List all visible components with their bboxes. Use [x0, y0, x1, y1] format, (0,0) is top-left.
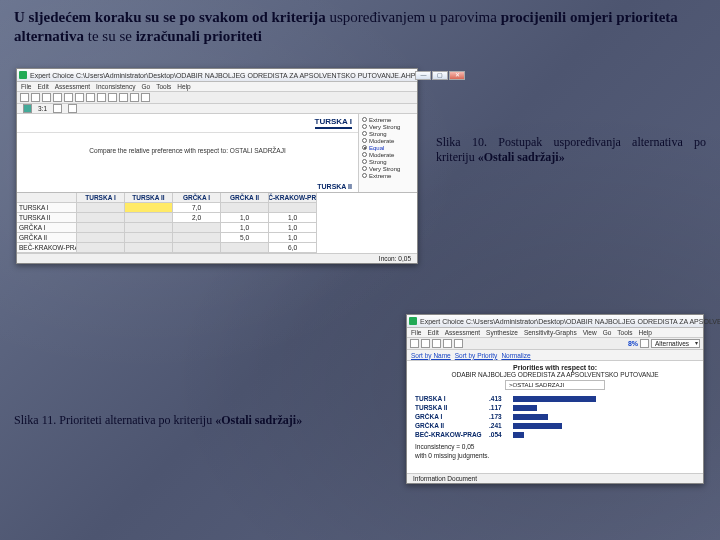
menu-item[interactable]: Help [638, 329, 651, 336]
menu-item[interactable]: Go [141, 83, 150, 90]
sort-name-link[interactable]: Sort by Name [411, 352, 451, 359]
menu-item[interactable]: Synthesize [486, 329, 518, 336]
toolbar-icon[interactable] [53, 93, 62, 102]
sort-priority-link[interactable]: Sort by Priority [455, 352, 498, 359]
toolbar-icon[interactable] [97, 93, 106, 102]
priority-bar [513, 396, 596, 402]
scale-option[interactable]: Extreme [362, 172, 414, 179]
tab-icon[interactable] [53, 104, 62, 113]
grid-cell[interactable] [173, 233, 221, 243]
normalize-link[interactable]: Normalize [501, 352, 530, 359]
scale-option[interactable]: Very Strong [362, 123, 414, 130]
menu-item[interactable]: File [411, 329, 421, 336]
menu-item[interactable]: Edit [37, 83, 48, 90]
grid-cell[interactable]: 1,0 [269, 213, 317, 223]
scale-option[interactable]: Moderate [362, 151, 414, 158]
toolbar-icon[interactable] [421, 339, 430, 348]
grid-cell[interactable] [269, 203, 317, 213]
grid-cell[interactable]: 1,0 [221, 213, 269, 223]
toolbar-icon[interactable] [75, 93, 84, 102]
status-bar: Incon: 0,05 [17, 253, 417, 263]
grid-cell[interactable]: 1,0 [221, 223, 269, 233]
grid-cell[interactable] [221, 243, 269, 253]
scale-option[interactable]: Extreme [362, 116, 414, 123]
menu-bar: File Edit Assessment Inconsistency Go To… [17, 82, 417, 92]
priorities-subtitle: ODABIR NAJBOLJEG ODREDISTA ZA APSOLVENTS… [407, 371, 703, 380]
radio-icon [362, 138, 367, 143]
grid-cell[interactable]: 1,0 [269, 223, 317, 233]
priority-bar [513, 423, 562, 429]
toolbar-icon[interactable] [454, 339, 463, 348]
toolbar-icon[interactable] [141, 93, 150, 102]
scale-option[interactable]: Equal [362, 144, 414, 151]
menu-item[interactable]: Go [603, 329, 612, 336]
maximize-button[interactable]: ▢ [432, 71, 448, 80]
menu-item[interactable]: View [583, 329, 597, 336]
toolbar-icon[interactable] [410, 339, 419, 348]
minimize-button[interactable]: — [415, 71, 431, 80]
node-dropdown[interactable]: Alternatives [651, 339, 700, 348]
scale-option[interactable]: Strong [362, 158, 414, 165]
slide-heading: U sljedećem koraku su se po svakom od kr… [14, 8, 710, 46]
grid-cell[interactable]: 1,0 [269, 233, 317, 243]
priority-row: GRČKA I.173 [415, 412, 695, 421]
priority-row: TURSKA I.413 [415, 394, 695, 403]
compare-b-label: TURSKA II [317, 183, 352, 190]
toolbar-icon[interactable] [443, 339, 452, 348]
grid-cell[interactable]: 7,0 [173, 203, 221, 213]
toolbar-icon[interactable] [108, 93, 117, 102]
toolbar-icon[interactable] [432, 339, 441, 348]
close-button[interactable]: ✕ [449, 71, 465, 80]
menu-item[interactable]: Edit [427, 329, 438, 336]
radio-icon [362, 131, 367, 136]
scale-option[interactable]: Very Strong [362, 165, 414, 172]
toolbar-icon[interactable] [42, 93, 51, 102]
grid-cell[interactable] [125, 233, 173, 243]
grid-col-header: BEČ-KRAKOW-PRAG [269, 193, 317, 203]
menu-item[interactable]: Inconsistency [96, 83, 135, 90]
grid-cell[interactable] [77, 243, 125, 253]
grid-row-header: GRČKA II [17, 233, 77, 243]
menu-item[interactable]: Tools [617, 329, 632, 336]
grid-cell[interactable] [125, 213, 173, 223]
grid-cell[interactable] [125, 203, 173, 213]
grid-cell[interactable] [221, 203, 269, 213]
grid-cell[interactable] [77, 223, 125, 233]
grid-cell[interactable] [173, 223, 221, 233]
radio-icon [362, 152, 367, 157]
grid-cell[interactable]: 5,0 [221, 233, 269, 243]
priority-bar [513, 405, 537, 411]
toolbar-icon[interactable] [130, 93, 139, 102]
toolbar-icon[interactable] [119, 93, 128, 102]
grid-cell[interactable] [125, 243, 173, 253]
menu-item[interactable]: Tools [156, 83, 171, 90]
priorities-body: Priorities with respect to: ODABIR NAJBO… [407, 361, 703, 473]
grid-cell[interactable] [77, 213, 125, 223]
toolbar-icon[interactable] [640, 339, 649, 348]
ratio-label: 3:1 [38, 105, 47, 112]
toolbar-icon[interactable] [31, 93, 40, 102]
toolbar-icon[interactable] [64, 93, 73, 102]
grid-row-header: GRČKA I [17, 223, 77, 233]
menu-item[interactable]: Assessment [445, 329, 480, 336]
grid-cell[interactable]: 2,0 [173, 213, 221, 223]
grid-cell[interactable] [77, 233, 125, 243]
grid-cell[interactable] [173, 243, 221, 253]
scale-option[interactable]: Moderate [362, 137, 414, 144]
scale-label: Strong [369, 159, 387, 165]
grid-cell[interactable]: 6,0 [269, 243, 317, 253]
grid-cell[interactable] [125, 223, 173, 233]
tab-icon[interactable] [23, 104, 32, 113]
scale-option[interactable]: Strong [362, 130, 414, 137]
priorities-title: Priorities with respect to: [407, 361, 703, 371]
menu-item[interactable]: Help [177, 83, 190, 90]
priority-bars: TURSKA I.413TURSKA II.117GRČKA I.173GRČK… [407, 392, 703, 441]
grid-cell[interactable] [77, 203, 125, 213]
tab-icon[interactable] [68, 104, 77, 113]
toolbar-icon[interactable] [86, 93, 95, 102]
radio-icon [362, 159, 367, 164]
toolbar-icon[interactable] [20, 93, 29, 102]
menu-item[interactable]: Assessment [55, 83, 90, 90]
menu-item[interactable]: File [21, 83, 31, 90]
menu-item[interactable]: Sensitivity-Graphs [524, 329, 577, 336]
